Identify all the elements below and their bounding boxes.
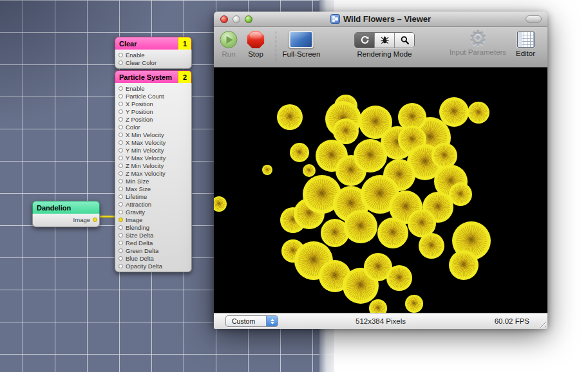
- viewer-titlebar[interactable]: Wild Flowers – Viewer: [214, 12, 547, 27]
- port-dot[interactable]: [119, 210, 123, 214]
- port-label: Image: [126, 216, 142, 223]
- port-dot[interactable]: [119, 117, 123, 122]
- port-row[interactable]: Size Delta: [115, 231, 191, 239]
- port-dot[interactable]: [119, 53, 123, 57]
- port-dot[interactable]: [119, 86, 123, 91]
- viewer-toolbar: Run Stop Full-Screen: [214, 27, 547, 68]
- patch-particle-system[interactable]: Particle System 2 EnableParticle CountX …: [115, 70, 192, 272]
- zoom-button[interactable]: [245, 15, 252, 23]
- port-row[interactable]: Min Size: [115, 177, 191, 185]
- patch-particle-system-header[interactable]: Particle System 2: [115, 70, 192, 83]
- patch-clear-badge: 1: [178, 37, 191, 50]
- port-row[interactable]: Color: [115, 123, 191, 131]
- dandelion-image-output-port[interactable]: Image: [33, 215, 99, 225]
- port-dot[interactable]: [119, 256, 123, 261]
- stop-button[interactable]: Stop: [247, 31, 265, 58]
- port-row[interactable]: Z Min Velocity: [115, 162, 191, 169]
- port-dot[interactable]: [119, 218, 123, 222]
- port-dot[interactable]: [119, 194, 123, 199]
- patch-dandelion[interactable]: Dandelion Image: [32, 201, 100, 227]
- dandelion-particle: [303, 164, 316, 177]
- port-dot[interactable]: [119, 125, 123, 129]
- port-row[interactable]: Particle Count: [115, 92, 191, 100]
- port-dot[interactable]: [119, 94, 123, 98]
- patch-particle-system-body: EnableParticle CountX PositionY Position…: [115, 83, 192, 272]
- output-port-dot[interactable]: [93, 218, 97, 222]
- port-row[interactable]: Attraction: [115, 200, 191, 208]
- close-button[interactable]: [220, 15, 228, 23]
- port-dot[interactable]: [119, 140, 123, 145]
- port-dot[interactable]: [119, 248, 123, 253]
- render-mode-segment[interactable]: [355, 33, 375, 48]
- dandelion-particle: [369, 299, 387, 313]
- port-row[interactable]: Image: [115, 216, 191, 223]
- port-row[interactable]: Gravity: [115, 208, 191, 216]
- dandelion-particle: [377, 218, 408, 248]
- port-row[interactable]: Y Position: [115, 107, 191, 115]
- port-dot[interactable]: [119, 241, 123, 245]
- port-label: Attraction: [126, 201, 151, 208]
- port-dot[interactable]: [119, 264, 123, 268]
- port-row[interactable]: Y Max Velocity: [115, 154, 191, 162]
- port-label: Image: [73, 216, 90, 223]
- port-dot[interactable]: [119, 156, 123, 160]
- dandelion-particle: [449, 250, 479, 280]
- traffic-lights: [220, 15, 252, 23]
- fps-counter: 60.02 FPS: [495, 317, 529, 325]
- port-row[interactable]: Red Delta: [115, 239, 191, 246]
- port-row[interactable]: Opacity Delta: [115, 262, 191, 270]
- port-dot[interactable]: [119, 179, 123, 183]
- port-dot[interactable]: [119, 187, 123, 191]
- port-dot[interactable]: [119, 233, 123, 237]
- window-title: Wild Flowers – Viewer: [343, 14, 431, 24]
- port-row[interactable]: X Min Velocity: [115, 131, 191, 138]
- port-row[interactable]: Z Max Velocity: [115, 169, 191, 177]
- port-row[interactable]: Max Size: [115, 185, 191, 192]
- port-dot[interactable]: [119, 109, 123, 114]
- port-label: Particle Count: [126, 93, 164, 100]
- port-dot[interactable]: [119, 171, 123, 176]
- debug-mode-segment[interactable]: [375, 33, 395, 48]
- port-row[interactable]: X Position: [115, 100, 191, 107]
- fullscreen-button[interactable]: Full-Screen: [283, 31, 321, 58]
- editor-label: Editor: [516, 50, 535, 57]
- editor-button[interactable]: Editor: [516, 32, 535, 57]
- input-parameters-button[interactable]: ⚙ Input Parameters: [450, 29, 506, 56]
- port-label: Max Size: [126, 185, 151, 192]
- patch-clear[interactable]: Clear 1 EnableClear Color: [115, 37, 192, 69]
- port-row[interactable]: Enable: [115, 51, 191, 59]
- composition-doc-icon: [330, 14, 340, 24]
- port-row[interactable]: Z Position: [115, 115, 191, 123]
- port-row[interactable]: Blending: [115, 223, 191, 231]
- port-label: Green Delta: [126, 247, 158, 254]
- port-dot[interactable]: [119, 202, 123, 207]
- minimize-button[interactable]: [232, 15, 240, 23]
- rendering-mode-label: Rendering Mode: [357, 50, 412, 58]
- port-label: Red Delta: [126, 239, 153, 246]
- editor-table-icon: [517, 32, 534, 48]
- port-row[interactable]: Blue Delta: [115, 254, 191, 262]
- patch-clear-header[interactable]: Clear 1: [115, 37, 192, 50]
- dandelion-particle: [419, 233, 444, 259]
- port-label: Gravity: [126, 209, 145, 216]
- inspect-mode-segment[interactable]: [395, 33, 414, 48]
- port-row[interactable]: Clear Color: [115, 59, 191, 66]
- port-dot[interactable]: [119, 133, 123, 137]
- port-row[interactable]: X Max Velocity: [115, 138, 191, 146]
- port-dot[interactable]: [119, 102, 123, 106]
- port-row[interactable]: Y Min Velocity: [115, 146, 191, 154]
- toolbar-toggle-pill[interactable]: [526, 15, 542, 23]
- port-dot[interactable]: [119, 60, 123, 65]
- port-label: Y Min Velocity: [126, 147, 164, 154]
- port-row[interactable]: Lifetime: [115, 192, 191, 200]
- viewer-window: Wild Flowers – Viewer Run Stop Full-Scre…: [214, 12, 547, 327]
- run-button[interactable]: Run: [220, 31, 238, 58]
- port-dot[interactable]: [119, 148, 123, 153]
- port-dot[interactable]: [119, 225, 123, 230]
- port-row[interactable]: Green Delta: [115, 246, 191, 254]
- dandelion-particle: [290, 143, 309, 162]
- patch-dandelion-header[interactable]: Dandelion: [32, 201, 100, 214]
- port-dot[interactable]: [119, 163, 123, 168]
- port-label: Y Position: [126, 108, 153, 115]
- port-row[interactable]: Enable: [115, 84, 191, 92]
